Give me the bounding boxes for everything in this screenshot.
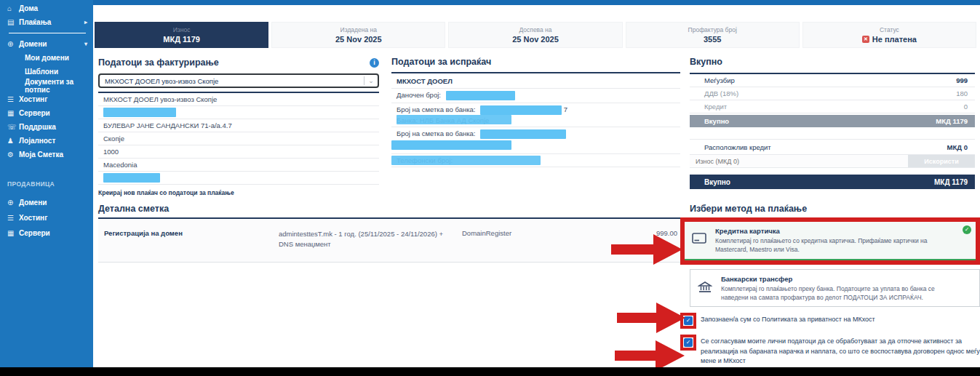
available-credit-row: Расположлив кредит МКД 0 [690,139,975,155]
redaction-bar [480,105,562,115]
billing-profile-selected-value: МКХОСТ ДООЕЛ увоз-извоз Скопје [105,77,218,85]
sidebar-item-my-domains[interactable]: Мои домени [0,51,93,65]
card-value: 25 Nov 2025 [335,35,382,44]
sidebar-item-label: Сервери [19,109,50,117]
unpaid-status-icon: ✕ [862,36,869,43]
sidebar-item-shop-hosting[interactable]: ☰ Хостинг [0,210,93,225]
sidebar-item-label: Плаќања [19,18,51,26]
payment-method-bank-transfer[interactable]: Банкарски трансфер Комплетирај го плаќањ… [690,269,980,308]
sidebar-item-home[interactable]: ⌂ Дома [0,1,93,15]
invoice-summary-cards: Износ МКД 1179 Издадена на 25 Nov 2025 Д… [95,22,976,48]
billing-profile-select[interactable]: МКХОСТ ДООЕЛ увоз-извоз Скопје ⌄ [98,73,379,88]
servers-icon: ▦ [7,109,19,117]
payment-section: Избери метод на плаќање Кредитна картичк… [680,204,980,376]
method-name: Банкарски трансфер [721,275,973,283]
sidebar-item-loyalty[interactable]: ♟ Лојалност [0,134,93,148]
sidebar-item-label: Дома [19,4,38,12]
loyalty-icon: ♟ [7,137,19,145]
redaction-bar [103,173,160,183]
sender-company-row: МКХОСТ ДООЕЛ [391,73,680,89]
sender-section: Податоци за испраќач МКХОСТ ДООЕЛ Даноче… [391,57,680,167]
sidebar-item-label: Документи за потпис [25,78,87,94]
card-label: Износ [173,26,191,33]
billing-title: Податоци за фактурирање [98,57,219,68]
method-description: Комплетирај го плаќањето со кредитна кар… [715,236,970,255]
card-value: МКД 1179 [163,35,200,44]
summary-card-due: Доспева на 25 Nov 2025 [448,22,622,48]
sidebar-divider [9,33,86,33]
selected-check-icon: ✓ [963,225,971,234]
sidebar-item-templates[interactable]: Шаблони [0,65,93,79]
data-processing-checkbox[interactable]: ✓ [684,338,693,347]
billing-details-list: МКХОСТ ДООЕЛ увоз-извоз Скопје БУЛЕВАР Ј… [98,92,379,185]
sidebar-item-domains[interactable]: ⊕ Домени ▾ [0,37,93,51]
payment-method-credit-card[interactable]: Кредитна картичка Комплетирај го плаќање… [685,222,976,260]
sidebar-item-label: Шаблони [25,68,58,76]
credit-row: Кредит 0 [690,100,975,113]
card-label: Издадена на [340,26,377,33]
globe-icon: ⊕ [7,40,19,48]
vat-row: ДДВ (18%) 180 [690,87,975,100]
billing-city-row: Скопје [98,132,379,145]
create-payer-link[interactable]: Креирај нов плаќач со податоци за плаќањ… [98,189,379,196]
sidebar: ⌂ Дома ▤ Плаќања ▸ ⊕ Домени ▾ Мои домени… [0,0,93,367]
sidebar-item-label: Моја Сметка [19,151,63,159]
data-processing-checkbox-row: ✓ Се согласувам моите лични податоци да … [680,335,980,367]
sidebar-item-label: Домени [19,40,47,48]
summary-card-invoice-number: Профактура број 3555 [626,22,800,48]
credit-amount-input[interactable] [690,155,908,167]
use-credit-button[interactable]: Искористи [908,155,975,167]
gear-icon: ⚙ [7,151,19,159]
method-description: Комплетирај го плаќањето преку банка. По… [721,284,973,303]
privacy-policy-label: Запознаен/а сум со Политиката за приватн… [701,313,875,325]
summary-card-issued: Издадена на 25 Nov 2025 [271,22,445,48]
sender-title: Податоци за испраќач [391,57,680,67]
card-value: 3555 [704,35,721,44]
totals-title: Вкупно [690,57,975,74]
sidebar-item-shop-domains[interactable]: ⊕ Домени [0,195,93,210]
billing-zip-row: 1000 [98,145,379,159]
redaction-bar-overlay [391,156,541,165]
credit-apply-row: Искористи [690,155,975,168]
detail-title: Детална сметка [98,204,686,219]
billing-address-row: БУЛЕВАР ЈАНЕ САНДАНСКИ 71-а/а.4.7 [98,119,379,132]
total-bar: Вкупно МКД 1179 [690,115,975,127]
caret-right-icon: ▸ [84,19,87,25]
sidebar-item-label: Лојалност [19,137,55,145]
sidebar-item-payments[interactable]: ▤ Плаќања ▸ [0,15,93,29]
main-content: Износ МКД 1179 Издадена на 25 Nov 2025 Д… [93,0,980,367]
redaction-bar-overlay [397,115,511,124]
card-value: 25 Nov 2025 [512,35,559,44]
hosting-icon: ☰ [7,214,19,222]
redaction-bar [391,140,511,150]
detail-item-name: Регистрација на домен [104,229,279,250]
card-label: Доспева на [519,26,551,33]
credit-card-icon [692,227,708,255]
grand-total-bar: Вкупно МКД 1179 [690,175,975,189]
invoice-icon: ▤ [7,18,19,26]
billing-company-row: МКХОСТ ДООЕЛ увоз-извоз Скопје [98,93,379,106]
billing-section: Податоци за фактурирање i МКХОСТ ДООЕЛ у… [98,57,379,196]
sidebar-section-shop: ПРОДАВНИЦА [0,180,93,188]
billing-redacted-row [98,106,379,119]
sidebar-item-signing-documents[interactable]: Документи за потпис [0,79,93,92]
info-icon[interactable]: i [370,58,379,68]
totals-section: Вкупно Меѓузбир 999 ДДВ (18%) 180 Кредит… [690,57,975,189]
sender-tax-row: Даночен број: [391,89,680,103]
sidebar-item-shop-servers[interactable]: ▦ Сервери [0,225,93,241]
summary-card-status: Статус ✕ Не платена [802,22,976,48]
method-name: Кредитна картичка [715,227,970,235]
data-processing-label: Се согласувам моите лични податоци да се… [701,335,980,367]
sidebar-item-label: Хостинг [19,95,47,103]
sidebar-item-support[interactable]: ☏ Поддршка [0,120,93,134]
sidebar-item-hosting[interactable]: ☰ Хостинг [0,92,93,106]
sidebar-item-servers[interactable]: ▦ Сервери [0,106,93,120]
sidebar-item-label: Сервери [19,229,50,237]
hosting-icon: ☰ [7,95,19,103]
privacy-policy-checkbox-row: ✓ Запознаен/а сум со Политиката за прива… [680,313,980,329]
sidebar-item-my-account[interactable]: ⚙ Моја Сметка [0,148,93,161]
servers-icon: ▦ [7,229,19,237]
redaction-bar [446,91,515,100]
annotation-box-credit-card: Кредитна картичка Комплетирај го плаќање… [680,217,980,265]
card-label: Статус [880,26,899,33]
